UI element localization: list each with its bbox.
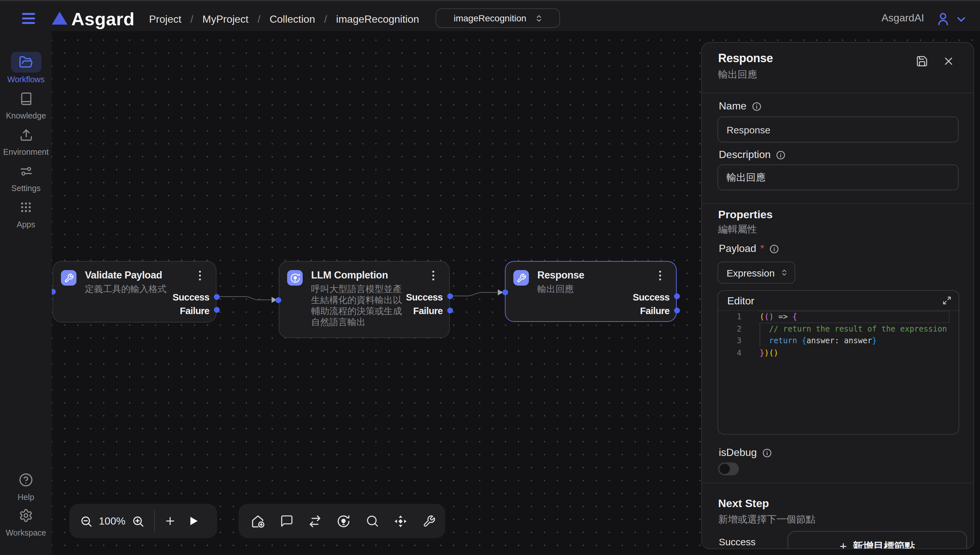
save-icon [916,55,928,67]
save-button[interactable] [916,55,928,67]
node-llm-completion[interactable]: LLM Completion 呼叫大型語言模型並產生結構化的資料輸出以輔助流程的… [279,261,450,338]
account-name[interactable]: AsgardAI [882,12,924,24]
auto-complete-button[interactable] [329,514,358,528]
wrench-icon [64,273,74,283]
sliders-icon [19,164,33,178]
upload-icon [19,128,33,141]
output-port-success[interactable] [447,293,453,299]
output-port-success[interactable] [214,294,220,300]
payload-type-select[interactable]: Expression [718,261,795,284]
breadcrumb-separator: / [324,12,327,27]
info-icon [751,101,761,111]
isdebug-toggle[interactable] [718,462,739,475]
plus-icon: + [840,541,847,549]
chevron-down-icon[interactable] [955,13,968,26]
workflow-selector[interactable]: imageRecognition [436,8,560,28]
code-line: 1(() => { [718,311,959,323]
node-menu-icon[interactable] [194,268,206,282]
comment-icon [280,514,293,528]
swap-arrows-icon [308,514,322,528]
output-port-failure[interactable] [447,308,453,313]
sidebar-item-environment[interactable]: Environment [0,124,52,157]
add-node-button[interactable] [158,515,182,527]
sidebar: Workflows Knowledge Environment Settings… [0,31,52,555]
input-port[interactable] [275,297,281,303]
comments-button[interactable] [272,514,301,528]
node-response[interactable]: Response 輸出回應 Success Failure [505,261,677,322]
info-icon [776,150,785,160]
sidebar-item-knowledge[interactable]: Knowledge [0,88,52,120]
sidebar-item-label: Help [18,493,34,502]
add-target-node-button[interactable]: + 新增目標節點 [787,531,967,549]
workflow-selector-value: imageRecognition [454,13,526,23]
output-port-failure[interactable] [674,308,679,313]
input-port[interactable] [52,289,55,295]
node-title: LLM Completion [311,269,388,281]
node-config-panel: Response 輸出回應 Name Description Propertie… [701,42,974,549]
name-input[interactable] [718,117,959,143]
breadcrumb-myproject[interactable]: MyProject [203,12,249,27]
home-plus-icon [251,514,265,528]
node-title: Response [537,269,584,281]
fit-view-button[interactable] [386,514,415,528]
sidebar-item-workflows[interactable]: Workflows [0,52,52,84]
output-port-failure[interactable] [214,306,220,313]
swap-connections-button[interactable] [301,514,329,528]
breadcrumb-project[interactable]: Project [149,12,182,27]
help-circle-icon [19,473,33,487]
tools-toolbar [238,504,445,538]
sidebar-item-label: Workspace [6,528,46,537]
sidebar-item-label: Apps [17,220,35,229]
zoom-toolbar: 100% [69,504,217,538]
breadcrumb-workflow[interactable]: imageRecognition [336,12,419,27]
expand-editor-button[interactable] [942,296,951,305]
search-nodes-button[interactable] [358,514,386,528]
close-panel-button[interactable] [942,55,955,67]
code-area[interactable]: 1(() => {2 // return the result of the e… [718,311,959,435]
payload-field-label: Payload * [719,243,779,255]
node-menu-icon[interactable] [427,268,439,282]
bulb-sync-icon [290,272,301,283]
close-icon [942,55,955,67]
logo-triangle-icon [52,12,68,25]
port-label-success: Success [633,292,670,302]
maximize-icon [942,296,951,305]
sidebar-item-settings[interactable]: Settings [0,160,52,193]
output-port-success[interactable] [674,293,679,299]
breadcrumb-collection[interactable]: Collection [270,12,315,27]
hamburger-menu-icon[interactable] [22,13,35,24]
add-home-button[interactable] [244,514,272,528]
node-menu-icon[interactable] [654,268,666,282]
grid-dots-icon [19,201,32,214]
description-input[interactable] [718,165,959,190]
search-icon [365,514,379,528]
user-icon[interactable] [935,11,951,27]
payload-type-value: Expression [727,267,774,278]
node-description: 輸出回應 [537,284,634,295]
port-label-success: Success [406,292,443,302]
run-workflow-button[interactable] [182,515,205,527]
node-validate-payload[interactable]: Validate Payload 定義工具的輸入格式 Success Failu… [53,261,216,322]
description-field-label: Description [719,149,785,160]
play-icon [187,515,199,527]
panel-subtitle: 輸出回應 [718,69,757,81]
fit-view-icon [393,514,408,528]
workflow-tools-button[interactable] [415,515,443,528]
properties-subtitle: 編輯屬性 [718,223,757,236]
sidebar-item-apps[interactable]: Apps [0,197,52,229]
code-line: 4})() [718,347,959,359]
folder-open-icon [19,55,33,69]
gear-icon [19,508,33,523]
input-port[interactable] [502,289,508,295]
sidebar-item-workspace[interactable]: Workspace [0,505,52,537]
zoom-out-icon [80,515,93,528]
zoom-out-button[interactable] [74,515,98,528]
breadcrumb-separator: / [191,12,193,27]
sidebar-item-help[interactable]: Help [0,470,52,502]
zoom-in-button[interactable] [126,515,150,528]
zoom-in-icon [132,515,145,528]
sidebar-item-label: Environment [3,148,48,157]
zoom-level: 100% [98,515,126,527]
chevrons-up-down-icon [780,269,788,276]
node-title: Validate Payload [85,269,162,281]
